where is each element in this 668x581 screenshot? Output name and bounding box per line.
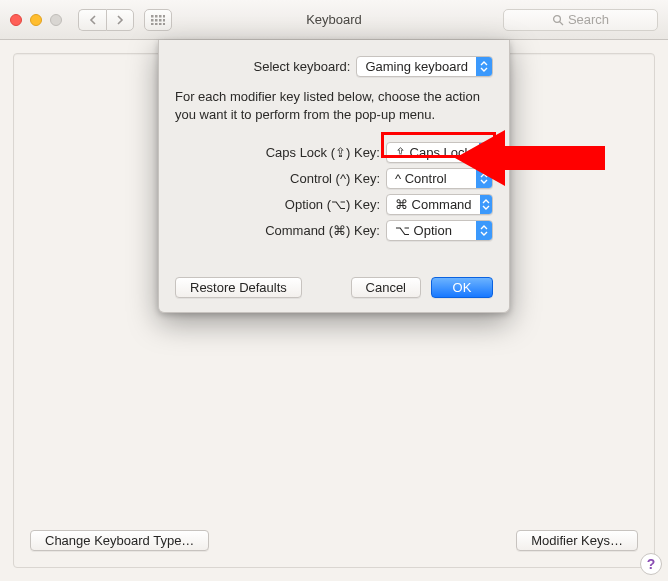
modifier-keys-sheet: Select keyboard: Gaming keyboard For eac…	[158, 40, 510, 313]
modifier-row-capslock: Caps Lock (⇪) Key: ⇪ Caps Lock	[175, 139, 493, 165]
help-button[interactable]: ?	[640, 553, 662, 575]
help-icon: ?	[647, 556, 656, 572]
svg-rect-1	[155, 15, 158, 18]
window-controls	[10, 14, 62, 26]
toolbar-search[interactable]: Search	[503, 9, 658, 31]
window-body: Change Keyboard Type… Modifier Keys… Sel…	[0, 40, 668, 581]
command-popup[interactable]: ⌥ Option	[386, 220, 493, 241]
search-placeholder: Search	[568, 12, 609, 27]
capslock-label: Caps Lock (⇪) Key:	[210, 145, 380, 160]
restore-defaults-button[interactable]: Restore Defaults	[175, 277, 302, 298]
svg-line-13	[559, 21, 562, 24]
svg-rect-7	[163, 19, 165, 22]
minimize-traffic-light[interactable]	[30, 14, 42, 26]
control-popup[interactable]: ^ Control	[386, 168, 493, 189]
change-keyboard-type-button[interactable]: Change Keyboard Type…	[30, 530, 209, 551]
back-button[interactable]	[78, 9, 106, 31]
sheet-intro-text: For each modifier key listed below, choo…	[175, 88, 493, 123]
chevron-updown-icon	[476, 221, 492, 240]
chevron-updown-icon	[480, 195, 492, 214]
nav-back-forward	[78, 9, 134, 31]
modifier-keys-button[interactable]: Modifier Keys…	[516, 530, 638, 551]
close-traffic-light[interactable]	[10, 14, 22, 26]
capslock-popup[interactable]: ⇪ Caps Lock	[386, 142, 493, 163]
option-popup[interactable]: ⌘ Command	[386, 194, 493, 215]
forward-button[interactable]	[106, 9, 134, 31]
svg-rect-4	[151, 19, 154, 22]
titlebar: Keyboard Search	[0, 0, 668, 40]
select-keyboard-label: Select keyboard:	[254, 59, 351, 74]
show-all-button[interactable]	[144, 9, 172, 31]
modifier-row-option: Option (⌥) Key: ⌘ Command	[175, 191, 493, 217]
option-label: Option (⌥) Key:	[210, 197, 380, 212]
svg-point-12	[553, 15, 560, 22]
chevron-updown-icon	[476, 169, 492, 188]
svg-rect-10	[159, 23, 162, 25]
chevron-updown-icon	[476, 57, 492, 76]
modifier-row-command: Command (⌘) Key: ⌥ Option	[175, 217, 493, 243]
command-label: Command (⌘) Key:	[210, 223, 380, 238]
select-keyboard-popup[interactable]: Gaming keyboard	[356, 56, 493, 77]
ok-button[interactable]: OK	[431, 277, 493, 298]
control-label: Control (^) Key:	[210, 171, 380, 186]
svg-rect-0	[151, 15, 154, 18]
svg-rect-2	[159, 15, 162, 18]
zoom-traffic-light	[50, 14, 62, 26]
svg-rect-8	[151, 23, 154, 25]
svg-rect-11	[163, 23, 165, 25]
chevron-updown-icon	[479, 143, 492, 162]
svg-rect-9	[155, 23, 158, 25]
svg-rect-5	[155, 19, 158, 22]
search-icon	[552, 14, 564, 26]
modifier-row-control: Control (^) Key: ^ Control	[175, 165, 493, 191]
svg-rect-3	[163, 15, 165, 18]
svg-rect-6	[159, 19, 162, 22]
cancel-button[interactable]: Cancel	[351, 277, 421, 298]
